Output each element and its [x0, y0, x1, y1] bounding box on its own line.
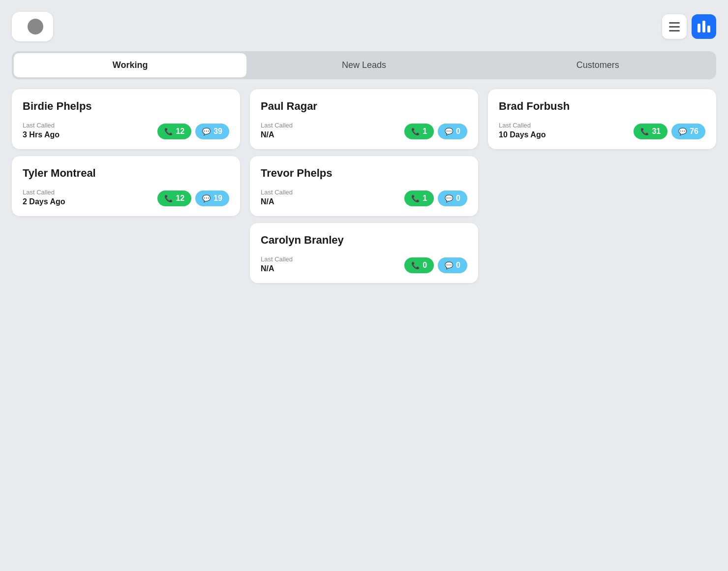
- last-called-section: Last Called N/A: [261, 189, 293, 206]
- phone-icon: 📞: [164, 127, 173, 135]
- badges: 📞 1 💬 0: [404, 190, 467, 206]
- chat-count: 0: [456, 261, 460, 270]
- badges: 📞 31 💬 76: [634, 124, 705, 139]
- card-footer: Last Called 2 Days Ago 📞 12 💬 19: [23, 189, 229, 206]
- card-birdie-phelps[interactable]: Birdie Phelps Last Called 3 Hrs Ago 📞 12…: [12, 89, 240, 149]
- phone-badge: 📞 0: [404, 257, 434, 273]
- top-icons: [662, 14, 716, 39]
- leads-title-box: [12, 12, 53, 41]
- card-paul-ragar[interactable]: Paul Ragar Last Called N/A 📞 1 💬 0: [250, 89, 478, 149]
- chat-icon: 💬: [202, 127, 211, 135]
- phone-icon: 📞: [640, 127, 649, 135]
- phone-count: 0: [423, 261, 427, 270]
- badges: 📞 1 💬 0: [404, 124, 467, 139]
- kanban-view-button[interactable]: [692, 14, 716, 39]
- badges: 📞 12 💬 39: [157, 124, 229, 139]
- list-icon: [669, 22, 680, 32]
- last-called-section: Last Called 10 Days Ago: [499, 122, 546, 139]
- phone-count: 12: [176, 127, 184, 136]
- column-customers: Brad Forbush Last Called 10 Days Ago 📞 3…: [488, 89, 716, 283]
- phone-badge: 📞 1: [404, 124, 434, 139]
- chat-badge: 💬 0: [438, 190, 467, 206]
- last-called-section: Last Called 2 Days Ago: [23, 189, 65, 206]
- leads-count-badge: [28, 19, 43, 34]
- card-footer: Last Called N/A 📞 1 💬 0: [261, 189, 467, 206]
- phone-icon: 📞: [411, 194, 420, 202]
- chat-count: 19: [213, 194, 222, 203]
- card-name: Tyler Montreal: [23, 167, 229, 180]
- card-footer: Last Called 3 Hrs Ago 📞 12 💬 39: [23, 122, 229, 139]
- card-tyler-montreal[interactable]: Tyler Montreal Last Called 2 Days Ago 📞 …: [12, 156, 240, 216]
- chat-count: 76: [690, 127, 698, 136]
- phone-badge: 📞 1: [404, 190, 434, 206]
- chat-icon: 💬: [202, 194, 211, 202]
- card-name: Birdie Phelps: [23, 100, 229, 113]
- card-footer: Last Called 10 Days Ago 📞 31 💬 76: [499, 122, 705, 139]
- card-carolyn-branley[interactable]: Carolyn Branley Last Called N/A 📞 0 💬: [250, 223, 478, 283]
- card-name: Brad Forbush: [499, 100, 705, 113]
- card-trevor-phelps[interactable]: Trevor Phelps Last Called N/A 📞 1 💬 0: [250, 156, 478, 216]
- last-called-label: Last Called: [261, 189, 293, 196]
- phone-icon: 📞: [411, 261, 420, 269]
- column-working: Birdie Phelps Last Called 3 Hrs Ago 📞 12…: [12, 89, 240, 283]
- chat-count: 0: [456, 127, 460, 136]
- last-called-label: Last Called: [261, 122, 293, 129]
- card-name: Trevor Phelps: [261, 167, 467, 180]
- card-footer: Last Called N/A 📞 1 💬 0: [261, 122, 467, 139]
- phone-icon: 📞: [411, 127, 420, 135]
- last-called-value: N/A: [261, 197, 293, 206]
- last-called-value: 10 Days Ago: [499, 130, 546, 139]
- last-called-value: N/A: [261, 130, 293, 139]
- chat-count: 39: [213, 127, 222, 136]
- chat-count: 0: [456, 194, 460, 203]
- card-brad-forbush[interactable]: Brad Forbush Last Called 10 Days Ago 📞 3…: [488, 89, 716, 149]
- top-bar: [12, 12, 716, 41]
- phone-count: 1: [423, 127, 427, 136]
- phone-count: 31: [652, 127, 661, 136]
- chat-icon: 💬: [445, 194, 453, 202]
- phone-count: 1: [423, 194, 427, 203]
- chat-badge: 💬 0: [438, 257, 467, 273]
- last-called-value: N/A: [261, 264, 293, 273]
- last-called-value: 2 Days Ago: [23, 197, 65, 206]
- card-name: Carolyn Branley: [261, 234, 467, 247]
- last-called-section: Last Called 3 Hrs Ago: [23, 122, 60, 139]
- chat-icon: 💬: [445, 261, 453, 269]
- phone-icon: 📞: [164, 194, 173, 202]
- chat-badge: 💬 0: [438, 124, 467, 139]
- last-called-label: Last Called: [23, 189, 65, 196]
- tabs-bar: Working New Leads Customers: [12, 51, 716, 79]
- badges: 📞 12 💬 19: [157, 190, 229, 206]
- last-called-label: Last Called: [499, 122, 546, 129]
- last-called-section: Last Called N/A: [261, 122, 293, 139]
- columns-container: Birdie Phelps Last Called 3 Hrs Ago 📞 12…: [12, 89, 716, 283]
- kanban-icon: [698, 21, 710, 32]
- phone-count: 12: [176, 194, 184, 203]
- tab-new-leads[interactable]: New Leads: [247, 53, 480, 77]
- tab-customers[interactable]: Customers: [482, 53, 714, 77]
- chat-icon: 💬: [678, 127, 687, 135]
- chat-badge: 💬 76: [671, 124, 705, 139]
- list-view-button[interactable]: [662, 14, 687, 39]
- phone-badge: 📞 12: [157, 124, 191, 139]
- tab-working[interactable]: Working: [14, 53, 246, 77]
- chat-badge: 💬 39: [195, 124, 229, 139]
- card-name: Paul Ragar: [261, 100, 467, 113]
- chat-icon: 💬: [445, 127, 453, 135]
- phone-badge: 📞 31: [634, 124, 667, 139]
- chat-badge: 💬 19: [195, 190, 229, 206]
- card-footer: Last Called N/A 📞 0 💬 0: [261, 255, 467, 273]
- last-called-label: Last Called: [261, 255, 293, 263]
- last-called-section: Last Called N/A: [261, 255, 293, 273]
- column-new-leads: Paul Ragar Last Called N/A 📞 1 💬 0: [250, 89, 478, 283]
- phone-badge: 📞 12: [157, 190, 191, 206]
- badges: 📞 0 💬 0: [404, 257, 467, 273]
- last-called-value: 3 Hrs Ago: [23, 130, 60, 139]
- last-called-label: Last Called: [23, 122, 60, 129]
